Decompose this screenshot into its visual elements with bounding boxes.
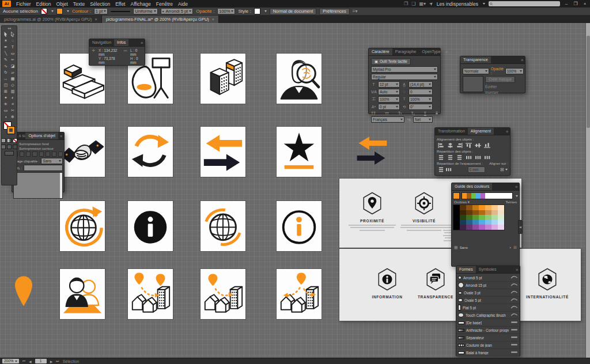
panel-menu-icon[interactable]: ≡: [514, 268, 520, 272]
next-artboard-icon[interactable]: ▶: [50, 359, 53, 363]
brush-touch-calligraphic-brush[interactable]: Touch Calligraphic Brush: [457, 312, 519, 319]
panel-menu-icon[interactable]: ≡: [139, 41, 145, 45]
mesh-tool[interactable]: ⊞: [2, 88, 9, 94]
color-cell[interactable]: [485, 220, 491, 225]
color-cell[interactable]: [491, 225, 498, 230]
color-cell[interactable]: [466, 220, 472, 225]
color-cell[interactable]: [491, 215, 498, 220]
style-caret-icon[interactable]: [264, 10, 267, 12]
style-swatch[interactable]: [254, 8, 260, 14]
url-list-box[interactable]: [13, 172, 63, 199]
color-cell[interactable]: [460, 225, 466, 230]
attribute-option-button[interactable]: [46, 151, 50, 157]
underline-button[interactable]: T: [424, 111, 426, 115]
color-cell[interactable]: [453, 220, 460, 225]
pencil-tool[interactable]: ✏: [9, 56, 16, 63]
attribute-option-button[interactable]: [39, 151, 44, 157]
limit-colors-icon[interactable]: ▦: [454, 245, 458, 250]
toolbar-collapse-icon[interactable]: ◂◂: [7, 26, 11, 30]
color-cell[interactable]: [466, 215, 472, 220]
brush-anthracite-contour-progressif[interactable]: Anthracite - Contour progressif: [457, 327, 519, 334]
rotate-tool[interactable]: ↻: [2, 69, 9, 75]
tab-formes[interactable]: Formes: [456, 266, 476, 273]
workspace-label[interactable]: Les indispensables: [437, 1, 478, 7]
harmony-color[interactable]: [467, 193, 471, 199]
tile-info-outline[interactable]: [277, 201, 322, 251]
tile-pins-buildings-a[interactable]: [128, 269, 173, 319]
brush-definition-field[interactable]: •Arrondi 5 pt: [161, 8, 193, 14]
perspective-grid-tool[interactable]: ◇: [9, 82, 16, 88]
brush-ovale-3-pt[interactable]: Ovale 3 pt: [457, 289, 519, 297]
panel-menu-icon[interactable]: ≡: [444, 50, 449, 54]
scale-tool[interactable]: ▱: [9, 69, 16, 75]
menu-affichage[interactable]: Affichage: [130, 1, 150, 7]
color-cell[interactable]: [491, 220, 498, 225]
last-artboard-icon[interactable]: ⏭: [56, 359, 59, 363]
stock-icon[interactable]: ❑: [411, 1, 415, 6]
pictogram-transparence[interactable]: TRANSPARENCE: [410, 267, 462, 299]
color-cell[interactable]: [479, 220, 485, 225]
brush-arrondi-5-pt[interactable]: Arrondi 5 pt: [457, 274, 519, 282]
panel-menu-icon[interactable]: ≡: [513, 185, 519, 189]
document-tab-1[interactable]: pictogrammes.ai @ 200% (RVB/Aperçu GPU)×: [0, 16, 102, 23]
align-bottom-button[interactable]: [483, 142, 491, 148]
subscript-button[interactable]: T₁: [411, 111, 414, 115]
font-family-field[interactable]: Myriad Pro: [371, 66, 438, 73]
tracking-field[interactable]: 0: [409, 89, 433, 95]
attribute-option-button[interactable]: [32, 151, 37, 157]
align-right-button[interactable]: [456, 142, 463, 148]
direct-selection-tool[interactable]: [9, 31, 16, 37]
opacity-link[interactable]: Opacité :: [491, 67, 504, 75]
brush-couture-de-jean[interactable]: Couture de jean: [457, 342, 519, 349]
color-cell[interactable]: [485, 215, 491, 220]
image-map-field[interactable]: Sans: [41, 158, 63, 164]
align-middle-button[interactable]: [474, 142, 482, 148]
prev-artboard-icon[interactable]: ◀: [29, 359, 32, 363]
baseline-shift-field[interactable]: 0 pt: [378, 104, 400, 110]
brush-plat-5-pt[interactable]: Plat 5 pt: [457, 304, 519, 312]
harmony-color[interactable]: [481, 193, 485, 199]
status-readout[interactable]: Sélection: [63, 359, 80, 363]
brush-de-base[interactable]: [De base]: [457, 319, 519, 327]
tab-close-icon[interactable]: ×: [212, 17, 214, 21]
small-caps-button[interactable]: TT: [385, 112, 389, 115]
floater-map-pin[interactable]: [14, 275, 33, 308]
color-cell[interactable]: [460, 220, 466, 225]
align-top-button[interactable]: [465, 142, 472, 148]
menu-fichier[interactable]: Fichier: [16, 1, 31, 7]
tile-pins-buildings-b[interactable]: [201, 269, 245, 319]
workspace-switcher-icon[interactable]: ▦▾: [419, 1, 426, 6]
tile-star-underline[interactable]: [277, 127, 322, 177]
pictogram-proximite[interactable]: PROXIMITÉ: [347, 191, 397, 231]
line-segment-tool[interactable]: ╲: [2, 50, 9, 56]
shape-builder-tool[interactable]: ◫: [2, 82, 9, 88]
stroke-panel-link[interactable]: Contour :: [72, 9, 91, 14]
tile-exchange-arrows[interactable]: [201, 127, 245, 177]
color-cell[interactable]: [491, 205, 498, 210]
scrollbar-thumb[interactable]: [587, 36, 590, 128]
tile-refresh-arrows[interactable]: [128, 127, 173, 177]
menu-edition[interactable]: Edition: [36, 1, 51, 7]
paintbrush-tool[interactable]: ✎: [2, 56, 9, 63]
clip-checkbox[interactable]: Écrêter: [485, 85, 515, 89]
search-input[interactable]: [494, 1, 559, 6]
width-tool[interactable]: ↔: [2, 75, 9, 82]
kerning-field[interactable]: Auto: [378, 89, 400, 95]
menu-selection[interactable]: Sélection: [90, 1, 110, 7]
blend-mode-field[interactable]: Normale: [463, 68, 489, 74]
shaper-tool[interactable]: ∿: [2, 63, 9, 69]
touch-type-tool-button[interactable]: ▣Outil Texte tactile: [371, 58, 411, 65]
stroke-swatch[interactable]: [56, 8, 63, 14]
type-tool[interactable]: T: [9, 44, 16, 50]
url-field[interactable]: [24, 165, 63, 171]
stroke-caret-icon[interactable]: [67, 10, 69, 12]
attribute-option-button[interactable]: [58, 151, 63, 157]
color-cell[interactable]: [498, 205, 504, 210]
superscript-button[interactable]: T¹: [398, 111, 402, 115]
screen-mode-button[interactable]: [5, 151, 14, 156]
distribute-center-h-button[interactable]: [474, 154, 482, 160]
document-setup-button[interactable]: Normal de document: [270, 8, 317, 15]
color-cell[interactable]: [498, 215, 504, 220]
spacing-value-field[interactable]: 0 mm: [468, 166, 485, 173]
all-caps-button[interactable]: TT: [371, 111, 376, 115]
